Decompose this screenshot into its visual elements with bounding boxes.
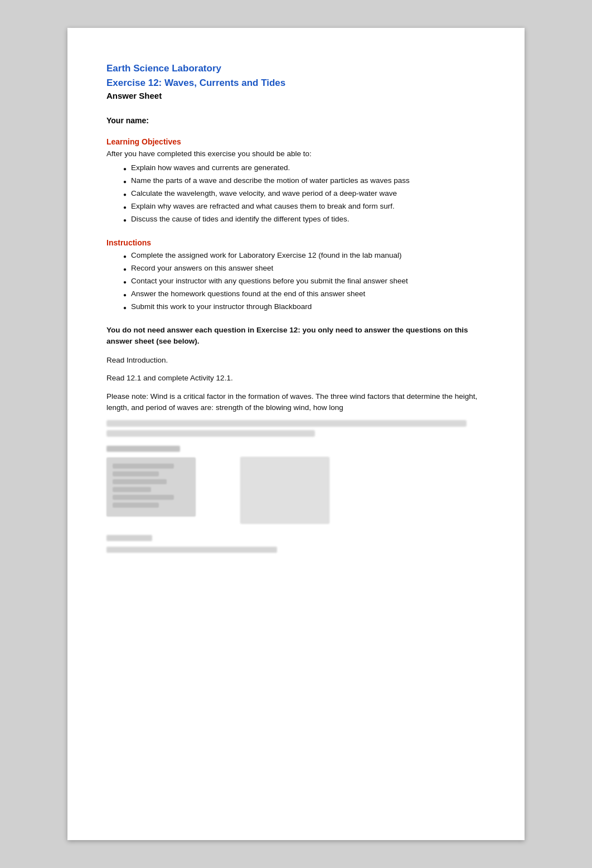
list-item: Answer the homework questions found at t… bbox=[123, 288, 486, 301]
paragraph-wind-note: Please note: Wind is a critical factor i… bbox=[106, 391, 486, 414]
list-item: Calculate the wavelength, wave velocity,… bbox=[123, 187, 486, 200]
title-line2: Exercise 12: Waves, Currents and Tides bbox=[106, 76, 486, 90]
blurred-right-image bbox=[240, 457, 329, 524]
blurred-img-header bbox=[106, 446, 180, 452]
blurred-image-section bbox=[106, 446, 486, 524]
list-item: Explain why waves are refracted and what… bbox=[123, 200, 486, 213]
learning-objectives-heading: Learning Objectives bbox=[106, 137, 486, 146]
blurred-line bbox=[106, 430, 315, 437]
list-item: Explain how waves and currents are gener… bbox=[123, 162, 486, 175]
list-item: Record your answers on this answer sheet bbox=[123, 262, 486, 275]
paragraph-intro: Read Introduction. bbox=[106, 355, 486, 366]
blurred-text-area bbox=[106, 420, 486, 437]
blurred-bottom-label bbox=[106, 535, 152, 541]
list-item: Complete the assigned work for Laborator… bbox=[123, 249, 486, 262]
bold-note: You do not need answer each question in … bbox=[106, 325, 486, 348]
list-item: Discuss the cause of tides and identify … bbox=[123, 213, 486, 226]
title-line1: Earth Science Laboratory bbox=[106, 61, 486, 76]
your-name-label: Your name: bbox=[106, 116, 486, 125]
instructions-list: Complete the assigned work for Laborator… bbox=[106, 249, 486, 314]
instructions-heading: Instructions bbox=[106, 238, 486, 247]
blurred-line bbox=[106, 420, 467, 427]
blurred-bottom-text bbox=[106, 547, 277, 553]
document-page: Earth Science Laboratory Exercise 12: Wa… bbox=[67, 28, 525, 840]
list-item: Name the parts of a wave and describe th… bbox=[123, 175, 486, 187]
learning-objectives-list: Explain how waves and currents are gener… bbox=[106, 162, 486, 226]
blurred-img-block bbox=[106, 457, 196, 517]
list-item: Submit this work to your instructor thro… bbox=[123, 301, 486, 314]
list-item: Contact your instructor with any questio… bbox=[123, 275, 486, 288]
paragraph-activity: Read 12.1 and complete Activity 12.1. bbox=[106, 373, 486, 384]
title-line3: Answer Sheet bbox=[106, 91, 486, 100]
document-header: Earth Science Laboratory Exercise 12: Wa… bbox=[106, 61, 486, 100]
blurred-left-content bbox=[106, 446, 229, 524]
learning-objectives-intro: After you have completed this exercise y… bbox=[106, 148, 486, 160]
